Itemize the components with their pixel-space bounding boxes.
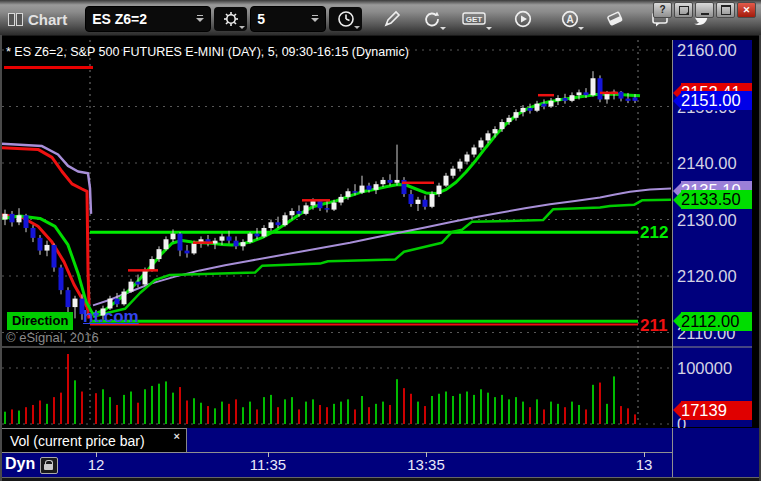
candle-body bbox=[220, 236, 225, 240]
direction-indicator-badge: Direction bbox=[7, 312, 73, 330]
candle-body bbox=[115, 299, 120, 305]
candle-body bbox=[423, 200, 428, 207]
volume-bar bbox=[375, 404, 377, 424]
chevron-down-icon[interactable] bbox=[311, 15, 319, 23]
get-data-button[interactable]: GET bbox=[459, 7, 491, 31]
chevron-down-icon[interactable] bbox=[196, 15, 204, 23]
candle-body bbox=[290, 211, 295, 215]
play-button[interactable] bbox=[510, 7, 536, 31]
close-icon[interactable]: × bbox=[174, 430, 180, 442]
minimize-icon bbox=[701, 13, 709, 15]
candle-body bbox=[234, 241, 239, 247]
candle-body bbox=[213, 241, 218, 244]
candle-body bbox=[157, 249, 162, 259]
chart-plot-area[interactable]: 212211 bbox=[0, 0, 761, 481]
draw-tool-button[interactable] bbox=[379, 7, 405, 31]
candle-body bbox=[150, 259, 155, 270]
candle-body bbox=[451, 169, 456, 176]
maximize-button[interactable] bbox=[716, 2, 735, 18]
window-icon bbox=[8, 13, 23, 25]
price-badge: 2133.50 bbox=[673, 191, 752, 208]
volume-bar bbox=[403, 388, 405, 424]
badge-value: 2112.00 bbox=[681, 312, 752, 331]
volume-bar bbox=[277, 407, 279, 424]
volume-bar bbox=[235, 399, 237, 424]
get-icon: GET bbox=[461, 9, 489, 29]
candle-body bbox=[542, 104, 547, 107]
chart-series-title: * ES Z6=2, S&P 500 FUTURES E-MINI (DAY),… bbox=[6, 45, 409, 59]
volume-bar bbox=[438, 394, 440, 424]
candle-body bbox=[360, 186, 365, 193]
volume-bar bbox=[242, 407, 244, 424]
volume-bar bbox=[571, 402, 573, 424]
interval-combo[interactable]: 5 bbox=[250, 6, 326, 32]
volume-bar bbox=[522, 402, 524, 424]
volume-bar bbox=[557, 404, 559, 424]
badge-value: 2133.50 bbox=[681, 190, 752, 209]
copyright-text: © eSignal, 2016 bbox=[6, 330, 99, 345]
volume-bar bbox=[417, 402, 419, 424]
volume-bar bbox=[193, 398, 195, 424]
volume-bar bbox=[480, 389, 482, 424]
volume-bar bbox=[515, 397, 517, 424]
help-button[interactable]: ? bbox=[653, 2, 672, 18]
clock-icon bbox=[336, 9, 356, 29]
volume-bar bbox=[466, 392, 468, 424]
reload-button[interactable] bbox=[419, 7, 445, 31]
volume-bar bbox=[627, 408, 629, 424]
volume-bar bbox=[158, 384, 160, 424]
swap-button[interactable] bbox=[602, 7, 628, 31]
candle-body bbox=[241, 242, 246, 246]
minimize-button[interactable] bbox=[695, 2, 714, 18]
close-button[interactable]: ✕ bbox=[737, 2, 756, 18]
candle-body bbox=[353, 191, 358, 192]
dock-button[interactable] bbox=[674, 2, 693, 18]
volume-bar bbox=[347, 399, 349, 424]
symbol-combo[interactable]: ES Z6=2 bbox=[85, 6, 211, 32]
dynamic-mode-button[interactable]: Dyn bbox=[5, 455, 35, 473]
chart-window: Chart ES Z6=2 5 bbox=[0, 0, 761, 481]
candle-body bbox=[626, 99, 631, 101]
svg-text:GET: GET bbox=[466, 15, 483, 24]
volume-bar bbox=[354, 409, 356, 424]
volume-bar bbox=[599, 383, 601, 424]
candle-body bbox=[556, 98, 561, 101]
alerts-button[interactable]: A bbox=[557, 7, 583, 31]
candle-body bbox=[59, 268, 64, 291]
volume-bar bbox=[291, 397, 293, 424]
candle-body bbox=[409, 194, 414, 204]
volume-bar bbox=[424, 406, 426, 424]
title-underline bbox=[4, 66, 93, 69]
volume-bar bbox=[319, 405, 321, 424]
candle-body bbox=[535, 104, 540, 111]
candle-body bbox=[486, 133, 491, 140]
watermark-link[interactable]: ht.com bbox=[83, 307, 139, 327]
time-template-button[interactable] bbox=[329, 7, 362, 31]
volume-bar bbox=[606, 404, 608, 424]
candle-body bbox=[283, 215, 288, 225]
volume-bar bbox=[109, 397, 111, 424]
candle-body bbox=[262, 228, 267, 236]
window-left-border bbox=[0, 35, 2, 481]
volume-bar bbox=[585, 409, 587, 424]
candle-body bbox=[374, 184, 379, 190]
volume-bar bbox=[130, 392, 132, 424]
candle-body bbox=[381, 180, 386, 184]
candle-body bbox=[136, 282, 141, 285]
candle-body bbox=[52, 245, 57, 268]
tab-volume-indicator[interactable]: Vol (current price bar) × bbox=[2, 428, 187, 453]
play-icon bbox=[513, 9, 533, 29]
volume-bar bbox=[368, 407, 370, 424]
lock-icon[interactable] bbox=[40, 457, 58, 474]
candle-body bbox=[437, 186, 442, 194]
volume-bar bbox=[116, 405, 118, 424]
volume-bar bbox=[592, 385, 594, 424]
volume-bar bbox=[410, 394, 412, 424]
volume-bar bbox=[305, 402, 307, 424]
symbol-settings-button[interactable] bbox=[214, 7, 247, 31]
volume-bar bbox=[578, 405, 580, 424]
volume-bar bbox=[151, 386, 153, 424]
volume-bar bbox=[564, 407, 566, 424]
close-icon: ✕ bbox=[743, 6, 751, 15]
time-axis-tick bbox=[426, 452, 427, 457]
